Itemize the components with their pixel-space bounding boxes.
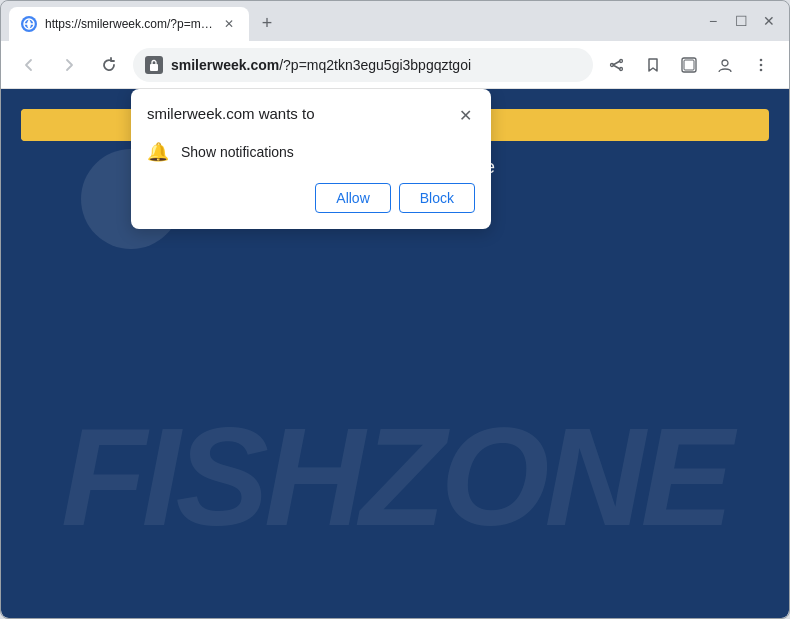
- url-domain: smilerweek.com: [171, 57, 279, 73]
- url-text: smilerweek.com/?p=mq2tkn3egu5gi3bpgqztgo…: [171, 57, 581, 73]
- nav-actions: [601, 49, 777, 81]
- browser-window: https://smilerweek.com/?p=mq2... ✕ + − ☐…: [1, 1, 789, 618]
- close-button[interactable]: ✕: [757, 9, 781, 33]
- svg-point-10: [760, 68, 763, 71]
- more-button[interactable]: [745, 49, 777, 81]
- new-tab-button[interactable]: +: [253, 9, 281, 37]
- maximize-button[interactable]: ☐: [729, 9, 753, 33]
- back-button[interactable]: [13, 49, 45, 81]
- popup-title: smilerweek.com wants to: [147, 105, 315, 122]
- window-controls: − ☐ ✕: [701, 9, 781, 33]
- refresh-button[interactable]: [93, 49, 125, 81]
- minimize-button[interactable]: −: [701, 9, 725, 33]
- tab-title: https://smilerweek.com/?p=mq2...: [45, 17, 213, 31]
- tab-favicon: [21, 16, 37, 32]
- svg-rect-6: [684, 60, 694, 70]
- tab-search-button[interactable]: [673, 49, 705, 81]
- popup-actions: Allow Block: [147, 183, 475, 213]
- lock-icon: [145, 56, 163, 74]
- permission-popup: smilerweek.com wants to ✕ 🔔 Show notific…: [131, 89, 491, 229]
- popup-close-button[interactable]: ✕: [455, 105, 475, 125]
- page-content: smilerweek.com wants to ✕ 🔔 Show notific…: [1, 89, 789, 618]
- svg-point-2: [620, 59, 623, 62]
- popup-header: smilerweek.com wants to ✕: [147, 105, 475, 125]
- svg-point-3: [620, 67, 623, 70]
- address-bar[interactable]: smilerweek.com/?p=mq2tkn3egu5gi3bpgqztgo…: [133, 48, 593, 82]
- active-tab: https://smilerweek.com/?p=mq2... ✕: [9, 7, 249, 41]
- notification-label: Show notifications: [181, 144, 294, 160]
- background-watermark: FISHZONE: [61, 396, 729, 558]
- svg-point-9: [760, 63, 763, 66]
- svg-point-4: [611, 63, 614, 66]
- tab-close-btn[interactable]: ✕: [221, 16, 237, 32]
- svg-point-7: [722, 60, 728, 66]
- block-button[interactable]: Block: [399, 183, 475, 213]
- svg-rect-1: [150, 64, 158, 71]
- tab-bar: https://smilerweek.com/?p=mq2... ✕ + − ☐…: [1, 1, 789, 41]
- profile-button[interactable]: [709, 49, 741, 81]
- url-path: /?p=mq2tkn3egu5gi3bpgqztgoi: [279, 57, 471, 73]
- allow-button[interactable]: Allow: [315, 183, 390, 213]
- svg-point-8: [760, 58, 763, 61]
- share-button[interactable]: [601, 49, 633, 81]
- forward-button[interactable]: [53, 49, 85, 81]
- bookmark-button[interactable]: [637, 49, 669, 81]
- navigation-bar: smilerweek.com/?p=mq2tkn3egu5gi3bpgqztgo…: [1, 41, 789, 89]
- notification-row: 🔔 Show notifications: [147, 137, 475, 167]
- bell-icon: 🔔: [147, 141, 169, 163]
